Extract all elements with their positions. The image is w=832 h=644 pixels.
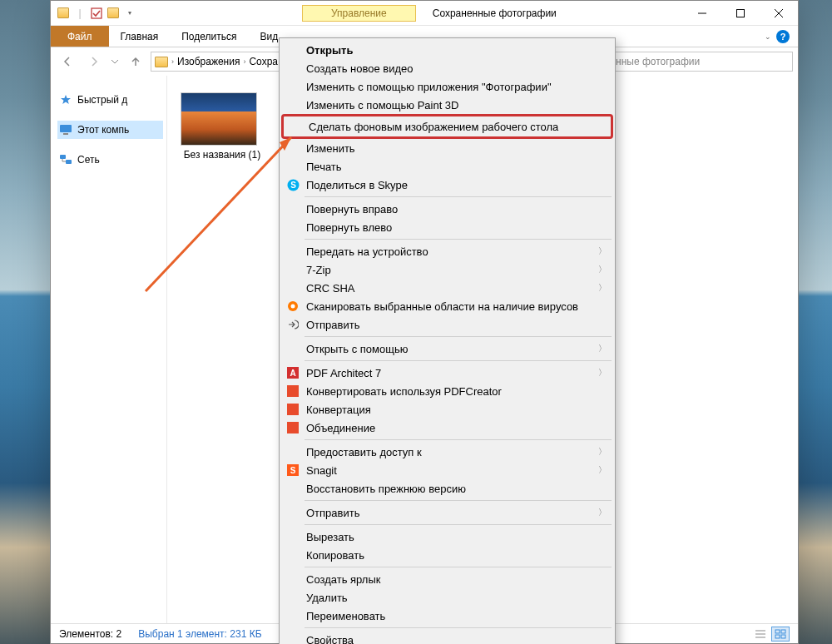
menu-restore-version[interactable]: Восстановить прежнюю версию bbox=[281, 479, 613, 498]
menu-edit-photos[interactable]: Изменить с помощью приложения "Фотографи… bbox=[281, 77, 613, 96]
properties-qat-icon[interactable] bbox=[91, 7, 102, 19]
nav-back-button[interactable] bbox=[56, 50, 79, 73]
maximize-button[interactable] bbox=[721, 1, 760, 26]
menu-pdfcreator-merge[interactable]: Объединение bbox=[281, 419, 613, 437]
qat-dropdown-icon[interactable]: ▾ bbox=[124, 7, 136, 19]
chevron-right-icon: 〉 bbox=[598, 343, 607, 354]
monitor-icon bbox=[59, 123, 72, 136]
nav-this-pc[interactable]: Этот компь bbox=[57, 121, 163, 139]
status-selection: Выбран 1 элемент: 231 КБ bbox=[138, 628, 261, 640]
menu-separator bbox=[305, 627, 612, 628]
svg-rect-8 bbox=[66, 160, 72, 164]
star-icon bbox=[59, 93, 72, 107]
menu-set-wallpaper[interactable]: Сделать фоновым изображением рабочего ст… bbox=[284, 117, 611, 136]
menu-separator bbox=[305, 196, 612, 197]
menu-pdf-architect[interactable]: A PDF Architect 7〉 bbox=[281, 364, 613, 382]
chevron-right-icon: 〉 bbox=[598, 264, 607, 275]
nav-label: Быстрый д bbox=[77, 94, 127, 106]
svg-text:S: S bbox=[290, 181, 296, 190]
search-input[interactable]: нные фотографии bbox=[610, 52, 793, 72]
pdfcreator-icon bbox=[286, 384, 300, 398]
menu-separator bbox=[305, 439, 612, 440]
thumbnail-icon bbox=[181, 92, 257, 146]
menu-open-with[interactable]: Открыть с помощью〉 bbox=[281, 339, 613, 358]
nav-quick-access[interactable]: Быстрый д bbox=[57, 91, 163, 109]
menu-properties[interactable]: Свойства bbox=[281, 631, 613, 644]
menu-open[interactable]: Открыть bbox=[281, 41, 613, 59]
menu-rotate-left[interactable]: Повернуть влево bbox=[281, 218, 613, 236]
help-icon[interactable]: ? bbox=[776, 30, 790, 43]
menu-copy[interactable]: Копировать bbox=[281, 546, 613, 564]
menu-separator bbox=[305, 524, 612, 525]
menu-separator bbox=[305, 567, 612, 567]
svg-rect-5 bbox=[60, 125, 72, 132]
nav-label: Этот компь bbox=[77, 124, 129, 136]
chevron-right-icon: › bbox=[243, 57, 245, 66]
pdfcreator-icon bbox=[286, 421, 300, 434]
chevron-right-icon: › bbox=[171, 57, 174, 66]
menu-new-video[interactable]: Создать новое видео bbox=[281, 59, 613, 77]
chevron-right-icon: 〉 bbox=[598, 367, 607, 379]
nav-network[interactable]: Сеть bbox=[57, 151, 163, 169]
menu-share-skype[interactable]: S Поделиться в Skype bbox=[281, 176, 613, 194]
pdf-architect-icon: A bbox=[286, 366, 300, 379]
menu-separator bbox=[305, 239, 612, 240]
folder-icon bbox=[155, 55, 168, 68]
snagit-icon: S bbox=[286, 463, 300, 477]
nav-history-dropdown[interactable] bbox=[109, 50, 121, 73]
svg-rect-22 bbox=[287, 385, 299, 397]
window-title: Сохраненные фотографии bbox=[433, 7, 557, 19]
menu-edit[interactable]: Изменить bbox=[281, 139, 613, 157]
skype-icon: S bbox=[286, 178, 300, 191]
nav-forward-button[interactable] bbox=[82, 50, 106, 73]
share-icon bbox=[286, 318, 300, 331]
menu-rename[interactable]: Переименовать bbox=[281, 607, 613, 625]
network-icon bbox=[59, 153, 72, 166]
menu-send-to[interactable]: Отправить〉 bbox=[281, 503, 613, 522]
menu-delete[interactable]: Удалить bbox=[281, 588, 613, 607]
navigation-pane: Быстрый д Этот компь Сеть bbox=[51, 76, 167, 623]
view-details-button[interactable] bbox=[751, 627, 770, 642]
menu-scan-virus[interactable]: Сканировать выбранные области на наличие… bbox=[281, 297, 613, 315]
minimize-button[interactable] bbox=[683, 1, 721, 26]
menu-edit-paint3d[interactable]: Изменить с помощью Paint 3D bbox=[281, 96, 613, 114]
close-button[interactable] bbox=[760, 1, 798, 26]
menu-rotate-right[interactable]: Повернуть вправо bbox=[281, 200, 613, 218]
svg-rect-0 bbox=[92, 8, 102, 18]
menu-pdfcreator-convert2[interactable]: Конвертация bbox=[281, 400, 613, 419]
svg-text:S: S bbox=[290, 466, 296, 475]
breadcrumb-item[interactable]: Сохра bbox=[249, 56, 278, 67]
menu-separator bbox=[305, 500, 612, 501]
ribbon-tab-home[interactable]: Главная bbox=[109, 26, 171, 47]
folder-icon bbox=[57, 7, 69, 19]
breadcrumb-item[interactable]: Изображения bbox=[177, 56, 240, 67]
ribbon-expand-icon[interactable]: ⌄ bbox=[765, 32, 771, 41]
file-item[interactable]: Без названия (1) bbox=[181, 92, 264, 161]
menu-create-shortcut[interactable]: Создать ярлык bbox=[281, 570, 613, 588]
nav-up-button[interactable] bbox=[124, 50, 147, 73]
chevron-right-icon: 〉 bbox=[598, 282, 607, 294]
chevron-right-icon: 〉 bbox=[598, 446, 607, 458]
svg-rect-23 bbox=[287, 404, 299, 415]
ribbon-tab-file[interactable]: Файл bbox=[51, 26, 109, 47]
menu-print[interactable]: Печать bbox=[281, 157, 613, 176]
svg-rect-24 bbox=[287, 422, 299, 433]
menu-pdfcreator-convert[interactable]: Конвертировать используя PDFCreator bbox=[281, 382, 613, 400]
svg-rect-2 bbox=[737, 9, 745, 17]
new-folder-qat-icon[interactable] bbox=[107, 7, 119, 19]
search-placeholder: нные фотографии bbox=[616, 56, 700, 67]
menu-separator bbox=[305, 336, 612, 337]
nav-label: Сеть bbox=[77, 154, 100, 166]
menu-7zip[interactable]: 7-Zip〉 bbox=[281, 260, 613, 279]
contextual-tab-label: Управление bbox=[302, 5, 416, 22]
menu-cut[interactable]: Вырезать bbox=[281, 528, 613, 546]
menu-share[interactable]: Отправить bbox=[281, 315, 613, 334]
ribbon-tab-share[interactable]: Поделиться bbox=[170, 26, 248, 47]
view-thumbnails-button[interactable] bbox=[771, 627, 790, 642]
menu-cast[interactable]: Передать на устройство〉 bbox=[281, 242, 613, 260]
menu-crcsha[interactable]: CRC SHA〉 bbox=[281, 279, 613, 297]
menu-snagit[interactable]: S Snagit〉 bbox=[281, 461, 613, 479]
pdfcreator-icon bbox=[286, 403, 300, 416]
svg-point-19 bbox=[291, 305, 295, 309]
menu-give-access[interactable]: Предоставить доступ к〉 bbox=[281, 443, 613, 461]
